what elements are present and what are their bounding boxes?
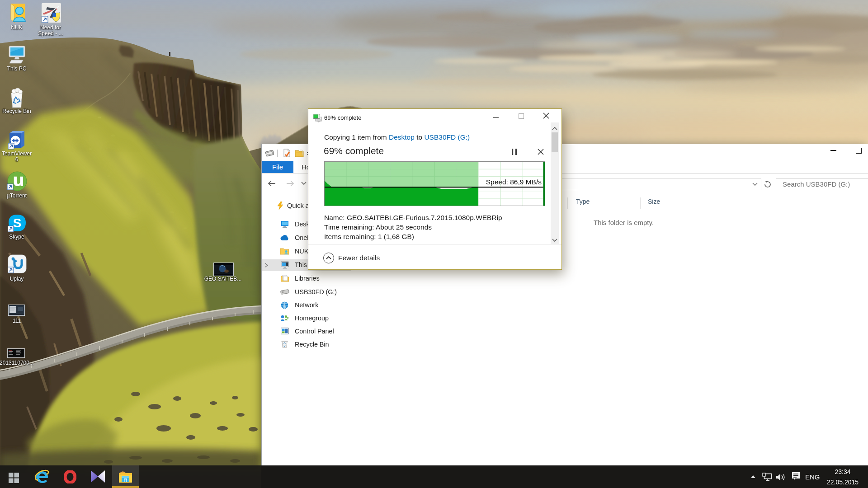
- svg-text:Speed: 86,9 MB/s: Speed: 86,9 MB/s: [486, 178, 542, 186]
- svg-text:S: S: [13, 216, 22, 230]
